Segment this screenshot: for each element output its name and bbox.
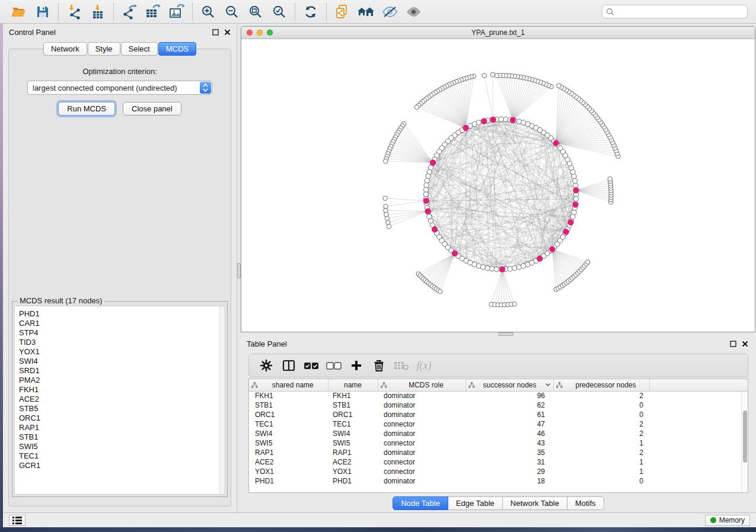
- tab-node-table[interactable]: Node Table: [393, 496, 448, 510]
- table-row[interactable]: ACE2ACE2connector311: [249, 457, 748, 467]
- task-history-button[interactable]: [9, 515, 25, 526]
- mcds-result-item[interactable]: TID3: [19, 338, 219, 347]
- column-header-successor-nodes[interactable]: successor nodes: [465, 379, 553, 391]
- control-panel-title: Control Panel: [9, 28, 56, 37]
- table-settings-gear-icon[interactable]: [255, 357, 277, 374]
- tree-icon: [468, 382, 475, 388]
- search-icon: [606, 8, 614, 16]
- optimization-criterion-label: Optimization criterion:: [9, 67, 231, 76]
- control-panel-tabs: Network Style Select MCDS: [3, 42, 237, 56]
- mcds-result-item[interactable]: YOX1: [19, 347, 219, 357]
- memory-button[interactable]: Memory: [705, 515, 750, 526]
- export-image-icon[interactable]: [165, 2, 189, 21]
- status-bar: Memory: [3, 512, 756, 527]
- network-graph[interactable]: [241, 39, 755, 332]
- table-row[interactable]: RAP1RAP1dominator352: [249, 448, 748, 457]
- table-scrollbar[interactable]: [741, 392, 748, 492]
- table-row[interactable]: SWI4SWI4dominator462: [249, 429, 748, 438]
- control-panel: Control Panel Network Style Select MCDS …: [3, 24, 237, 512]
- refresh-layout-icon[interactable]: [299, 2, 323, 21]
- table-row[interactable]: STB1STB1dominator620: [249, 400, 748, 410]
- save-session-icon[interactable]: [31, 2, 55, 21]
- delete-table-icon[interactable]: [390, 357, 413, 374]
- import-table-icon[interactable]: [86, 2, 110, 21]
- zoom-selected-icon[interactable]: [267, 2, 291, 21]
- toolbar-separator: [192, 4, 193, 20]
- mcds-result-item[interactable]: RAP1: [19, 423, 219, 432]
- tab-style[interactable]: Style: [88, 42, 120, 56]
- network-view-frame: YPA_prune.txt_1: [241, 26, 755, 332]
- mcds-result-item[interactable]: TEC1: [19, 451, 219, 461]
- mcds-result-item[interactable]: SWI4: [19, 357, 219, 366]
- dropdown-stepper-icon: [200, 82, 211, 94]
- tab-network-table[interactable]: Network Table: [503, 496, 567, 510]
- tab-motifs[interactable]: Motifs: [567, 496, 604, 510]
- duplicate-network-icon[interactable]: [330, 2, 354, 21]
- close-panel-button[interactable]: Close panel: [123, 102, 181, 116]
- mcds-result-item[interactable]: STB1: [19, 432, 219, 442]
- table-panel: Table Panel: [241, 336, 756, 512]
- table-header-row: shared name name MCDS role successor nod…: [249, 379, 748, 391]
- show-all-icon[interactable]: [401, 2, 425, 21]
- tab-mcds[interactable]: MCDS: [158, 42, 196, 56]
- float-panel-icon[interactable]: [212, 29, 219, 36]
- close-panel-icon[interactable]: [742, 341, 748, 347]
- deselect-all-columns-icon[interactable]: [323, 357, 345, 374]
- main-toolbar: [0, 0, 756, 24]
- tab-edge-table[interactable]: Edge Table: [448, 496, 503, 510]
- mcds-result-item[interactable]: STP4: [19, 328, 219, 338]
- mcds-result-item[interactable]: GCR1: [19, 461, 219, 470]
- select-all-columns-icon[interactable]: [300, 357, 323, 374]
- close-panel-icon[interactable]: [224, 29, 231, 36]
- table-row[interactable]: SWI5SWI5connector431: [249, 438, 748, 448]
- cytoscape-window: Control Panel Network Style Select MCDS …: [3, 0, 756, 527]
- mcds-result-item[interactable]: STB5: [19, 404, 219, 414]
- mcds-result-item[interactable]: SWI5: [19, 442, 219, 451]
- mcds-tab-content: Optimization criterion: largest connecte…: [8, 49, 231, 507]
- desktop-wallpaper-bottom: [0, 527, 756, 532]
- table-row[interactable]: TEC1TEC1connector472: [249, 419, 748, 429]
- column-header-name[interactable]: name: [328, 379, 378, 391]
- search-box[interactable]: [602, 5, 748, 18]
- table-row[interactable]: PHD1PHD1dominator180: [249, 476, 748, 486]
- column-header-shared-name[interactable]: shared name: [249, 379, 328, 391]
- mcds-result-item[interactable]: SRD1: [19, 366, 219, 376]
- criterion-dropdown[interactable]: largest connected component (undirected): [27, 81, 212, 95]
- table-row[interactable]: FKH1FKH1dominator962: [249, 391, 748, 400]
- create-column-icon[interactable]: [345, 357, 368, 374]
- zoom-out-icon[interactable]: [220, 2, 244, 21]
- tab-network[interactable]: Network: [43, 42, 87, 56]
- column-header-predecessor-nodes[interactable]: predecessor nodes: [553, 379, 649, 391]
- column-header-mcds-role[interactable]: MCDS role: [378, 379, 465, 391]
- mcds-result-item[interactable]: CAR1: [19, 319, 219, 328]
- mcds-result-item[interactable]: PHD1: [19, 309, 219, 319]
- float-panel-icon[interactable]: [730, 341, 736, 347]
- mcds-result-item[interactable]: PMA2: [19, 376, 219, 385]
- toolbar-separator: [58, 4, 59, 20]
- export-table-icon[interactable]: [141, 2, 165, 21]
- open-session-icon[interactable]: [7, 2, 31, 21]
- table-scrollbar-thumb[interactable]: [743, 411, 747, 463]
- export-network-icon[interactable]: [117, 2, 141, 21]
- node-table-body: FKH1FKH1dominator962STB1STB1dominator620…: [249, 391, 748, 486]
- table-row[interactable]: ORC1ORC1dominator610: [249, 410, 748, 419]
- mcds-list-scrollbar[interactable]: [219, 306, 225, 494]
- zoom-in-icon[interactable]: [196, 2, 220, 21]
- hide-selected-icon[interactable]: [378, 2, 401, 21]
- tab-select[interactable]: Select: [121, 42, 158, 56]
- mcds-result-item[interactable]: ACE2: [19, 395, 219, 404]
- first-neighbors-icon[interactable]: [354, 2, 378, 21]
- tree-icon: [381, 382, 387, 388]
- search-input[interactable]: [617, 8, 744, 16]
- mcds-result-item[interactable]: FKH1: [19, 385, 219, 395]
- zoom-fit-icon[interactable]: [244, 2, 267, 21]
- run-mcds-button[interactable]: Run MCDS: [58, 102, 115, 116]
- import-network-icon[interactable]: [62, 2, 86, 21]
- memory-status-icon: [710, 517, 716, 523]
- show-column-panel-icon[interactable]: [277, 357, 300, 374]
- table-row[interactable]: YOX1YOX1connector291: [249, 467, 748, 476]
- network-titlebar[interactable]: YPA_prune.txt_1: [241, 27, 755, 39]
- mcds-result-item[interactable]: ORC1: [19, 414, 219, 423]
- table-panel-tabs: Node Table Edge Table Network Table Moti…: [241, 495, 756, 511]
- delete-column-icon[interactable]: [368, 357, 390, 374]
